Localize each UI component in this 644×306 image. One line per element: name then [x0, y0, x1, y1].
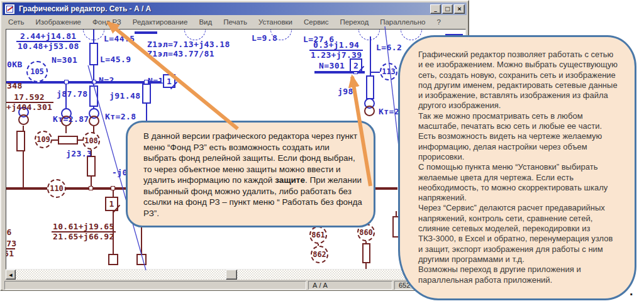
fraction-top: 2.44+j14.81: [19, 32, 77, 41]
menu-item-печать[interactable]: Печать: [218, 17, 253, 27]
fraction-bottom: 61: [6, 248, 15, 258]
junction-node: [89, 186, 93, 190]
menu-item-сеть[interactable]: Сеть: [3, 17, 30, 27]
schematic-label: j87.78: [57, 89, 87, 99]
numbered-box[interactable]: 1: [163, 74, 175, 88]
menu-item-параллельно[interactable]: Параллельно: [374, 17, 431, 27]
schematic-label: j91.48: [109, 91, 140, 101]
menu-bar: СетьИзображениеФонд РЗРедактированиеВидП…: [3, 16, 467, 28]
schematic-fraction: 2.44+j14.8110.48+j53.08: [16, 32, 80, 51]
box-slash: [113, 205, 121, 212]
callout-paragraph: Так же можно просматривать сеть в любом …: [418, 111, 619, 132]
fraction-top: 0.3+j1.94: [312, 41, 360, 50]
junction-node: [92, 80, 96, 84]
window-controls: _ □ ×: [430, 4, 465, 14]
callout-editor-info: Графический редактор позволяет работать …: [398, 35, 636, 300]
callout-paragraph: Через “Сервис” делаются расчет предавари…: [418, 203, 619, 265]
resistor-symbol: [89, 43, 98, 65]
node-circle[interactable]: 108: [82, 132, 100, 150]
numbered-box[interactable]: 1: [105, 197, 118, 211]
node-circle[interactable]: 861: [309, 226, 327, 244]
menu-item-изображение[interactable]: Изображение: [30, 17, 87, 27]
schematic-label: 0КВ: [7, 60, 23, 69]
node-circle[interactable]: 113: [380, 63, 397, 80]
fraction-top: 173: [6, 239, 18, 248]
schematic-label: N=301: [52, 55, 77, 65]
minimize-button[interactable]: _: [430, 4, 441, 14]
box-slash: [170, 82, 178, 89]
scrollbar-thumb[interactable]: [226, 270, 237, 280]
fraction-bottom: 1.23+j7.39: [309, 50, 363, 60]
schematic-label: Кт=2.8: [105, 112, 136, 121]
schematic-wire: [6, 81, 160, 84]
resistor-symbol: [58, 136, 78, 145]
menu-item-установки[interactable]: Установки: [253, 17, 298, 27]
title-bar: Графический редактор. Сеть - А / А _ □ ×: [3, 3, 467, 15]
ground-symbol: [136, 254, 147, 265]
numbered-box[interactable]: 2: [350, 58, 362, 72]
callout-fund-text: В данной версии графического редактора ч…: [128, 123, 374, 224]
resistor-symbol: [87, 156, 96, 177]
menu-item-фонд-рз[interactable]: Фонд РЗ: [87, 17, 127, 27]
maximize-button[interactable]: □: [442, 4, 453, 14]
schematic-label: N=301: [319, 61, 345, 70]
schematic-wire: [365, 263, 367, 270]
schematic-label: Кт=2.87: [53, 114, 89, 124]
callout-bold-term: защите: [275, 175, 305, 185]
scrollbar-track[interactable]: [16, 270, 456, 280]
winding-arc-icon: [83, 30, 104, 40]
schematic-wire: [396, 211, 397, 216]
fraction-bottom: 10.48+j53.08: [16, 41, 80, 51]
schematic-wire: [135, 31, 157, 34]
fraction-top: 17.592: [13, 93, 46, 102]
resistor-symbol: [366, 75, 374, 99]
scroll-left-button[interactable]: ◀: [6, 270, 16, 280]
schematic-label: L=44.5: [104, 34, 135, 43]
status-panel-network: А / А: [308, 281, 392, 290]
page-period: .: [630, 284, 633, 298]
fraction-bottom: +j404.301: [6, 102, 53, 112]
node-circle[interactable]: 862: [311, 246, 328, 263]
schematic-wire: [65, 126, 67, 133]
resistor-symbol: [89, 85, 98, 107]
callout-paragraph: Графический редактор позволяет работать …: [418, 50, 619, 111]
fraction-bottom: 21.65+j66.92: [52, 231, 116, 241]
schematic-label: j23.3: [66, 149, 92, 158]
callout-paragraph: Возможны переход в другие приложения и п…: [418, 265, 619, 285]
schematic-label: L=6.2: [376, 43, 402, 52]
schematic-label: 348: [7, 81, 23, 90]
winding-arc-icon: [358, 30, 380, 40]
menu-item-вид[interactable]: Вид: [193, 17, 218, 27]
menu-item-сервис[interactable]: Сервис: [298, 17, 334, 27]
callout-editor-text: Графический редактор позволяет работать …: [400, 37, 635, 294]
ground-symbol: [108, 254, 118, 265]
status-panel-main: [4, 281, 306, 290]
schematic-label: N=1: [148, 76, 164, 85]
menu-item-переход[interactable]: Переход: [334, 17, 374, 27]
close-button[interactable]: ×: [454, 4, 465, 14]
callout-paragraph: С помощью пункта меню “Установки” выбира…: [418, 162, 619, 203]
schematic-label: L=45.9: [100, 55, 131, 64]
schematic-fraction: 0.3+j1.941.23+j7.39: [309, 41, 363, 60]
transformer-icon: [18, 114, 29, 125]
node-circle[interactable]: 110: [47, 179, 66, 198]
horizontal-scrollbar[interactable]: ◀ ▶: [6, 270, 466, 280]
schematic-wire: [371, 72, 380, 73]
status-bar: А / А 652: [3, 280, 467, 290]
schematic-label: Z1эл=43.77/81: [147, 49, 214, 58]
resistor-symbol: [362, 243, 370, 263]
node-circle[interactable]: 109: [35, 131, 52, 148]
menu-item-редактирование[interactable]: Редактирование: [127, 17, 194, 27]
schematic-fraction: 17361: [6, 239, 18, 258]
junction-node: [64, 80, 69, 84]
node-circle[interactable]: 105: [26, 61, 48, 82]
transformer-icon: [89, 116, 99, 126]
schematic-label: Z1эл=7.13+j43.18: [147, 40, 230, 49]
menu-item-?[interactable]: ?: [431, 17, 446, 27]
schematic-label: j98: [338, 87, 353, 96]
callout-paragraph: Есть возможность видеть на чертеже желае…: [418, 131, 619, 162]
schematic-label: 9.6: [6, 227, 12, 237]
window-title: Графический редактор. Сеть - А / А: [19, 4, 430, 13]
callout-fund-rz: В данной версии графического редактора ч…: [126, 121, 375, 227]
schematic-label: N=2: [99, 75, 114, 85]
